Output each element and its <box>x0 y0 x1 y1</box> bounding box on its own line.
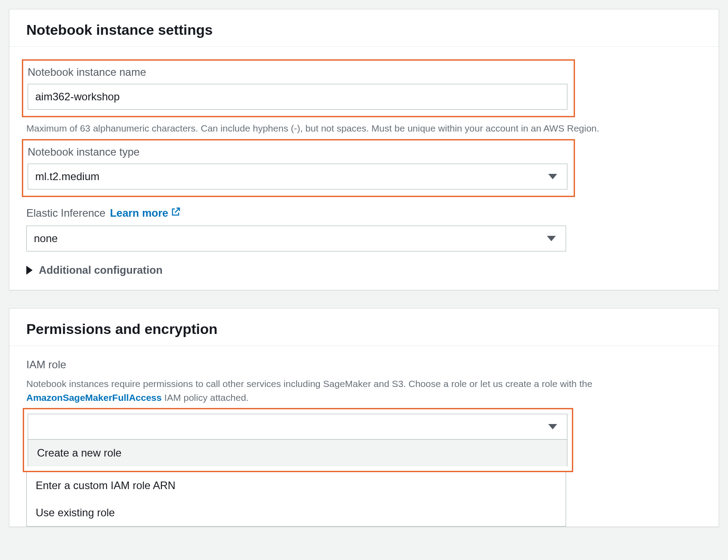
instance-name-highlight: Notebook instance name aim362-workshop <box>22 59 575 117</box>
iam-role-option-custom[interactable]: Enter a custom IAM role ARN <box>27 472 566 499</box>
elastic-inference-select[interactable]: none <box>26 226 566 251</box>
iam-role-dropdown-partial: Create a new role <box>28 440 567 466</box>
instance-name-hint: Maximum of 63 alphanumeric characters. C… <box>26 122 702 135</box>
permissions-panel: Permissions and encryption IAM role Note… <box>9 308 719 527</box>
additional-config-label: Additional configuration <box>39 264 162 276</box>
chevron-down-icon <box>548 174 557 179</box>
chevron-right-icon <box>26 266 33 275</box>
iam-role-highlight: Create a new role <box>23 408 573 472</box>
instance-type-label: Notebook instance type <box>28 146 569 158</box>
external-link-icon <box>171 207 181 219</box>
instance-name-input[interactable]: aim362-workshop <box>28 84 567 110</box>
iam-role-label: IAM role <box>26 358 702 371</box>
chevron-down-icon <box>548 424 557 429</box>
iam-role-dropdown-list-rest: Enter a custom IAM role ARN Use existing… <box>26 472 566 527</box>
learn-more-link[interactable]: Learn more <box>110 207 181 219</box>
iam-desc-pre: Notebook instances require permissions t… <box>26 379 592 389</box>
iam-role-dropdown-container: Create a new role <box>28 414 567 466</box>
instance-name-label: Notebook instance name <box>28 66 569 78</box>
instance-type-select[interactable]: ml.t2.medium <box>28 164 567 189</box>
panel-body: Notebook instance name aim362-workshop M… <box>9 47 719 290</box>
learn-more-text: Learn more <box>110 207 168 219</box>
panel-header: Notebook instance settings <box>9 9 719 47</box>
elastic-inference-value: none <box>34 232 58 244</box>
iam-role-option-existing[interactable]: Use existing role <box>27 499 566 526</box>
instance-type-highlight: Notebook instance type ml.t2.medium <box>22 139 575 197</box>
instance-type-select-wrap: ml.t2.medium <box>28 164 567 189</box>
elastic-inference-select-wrap: none <box>26 226 566 251</box>
panel-title-permissions: Permissions and encryption <box>26 321 702 338</box>
elastic-inference-group: Elastic Inference Learn more none <box>26 207 702 251</box>
elastic-inference-label-row: Elastic Inference Learn more <box>26 207 702 219</box>
iam-role-description: Notebook instances require permissions t… <box>26 377 702 404</box>
panel-title-settings: Notebook instance settings <box>26 22 702 38</box>
panel-body: IAM role Notebook instances require perm… <box>9 346 719 527</box>
iam-role-select[interactable] <box>28 414 567 440</box>
policy-link[interactable]: AmazonSageMakerFullAccess <box>26 392 161 403</box>
instance-type-value: ml.t2.medium <box>35 170 99 182</box>
panel-header: Permissions and encryption <box>9 309 719 346</box>
iam-role-option-create[interactable]: Create a new role <box>28 440 567 466</box>
iam-role-dropdown-rest: Enter a custom IAM role ARN Use existing… <box>26 472 566 527</box>
notebook-settings-panel: Notebook instance settings Notebook inst… <box>9 9 719 290</box>
elastic-inference-label: Elastic Inference <box>26 207 105 219</box>
additional-config-toggle[interactable]: Additional configuration <box>26 264 702 276</box>
iam-desc-post: IAM policy attached. <box>161 392 248 403</box>
chevron-down-icon <box>547 236 556 241</box>
